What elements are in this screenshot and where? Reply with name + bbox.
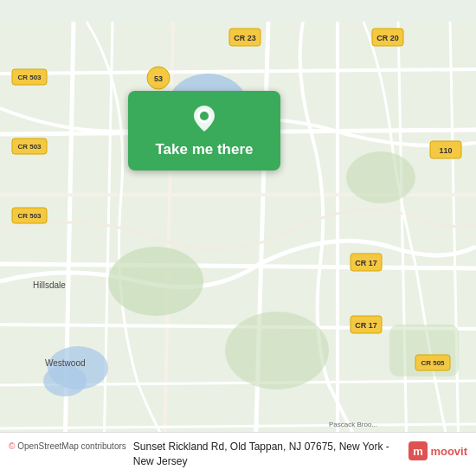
moovit-icon: m bbox=[408, 441, 428, 460]
svg-text:CR 20: CR 20 bbox=[376, 34, 399, 42]
svg-text:CR 505: CR 505 bbox=[421, 359, 445, 367]
svg-text:CR 23: CR 23 bbox=[234, 34, 256, 42]
svg-point-18 bbox=[43, 365, 87, 396]
svg-text:CR 503: CR 503 bbox=[17, 74, 42, 81]
svg-text:Westwood: Westwood bbox=[45, 358, 86, 368]
address-text: Sunset Rickland Rd, Old Tappan, NJ 07675… bbox=[133, 440, 402, 469]
svg-point-20 bbox=[225, 312, 329, 389]
svg-text:CR 503: CR 503 bbox=[17, 212, 42, 220]
svg-text:m: m bbox=[414, 445, 424, 458]
svg-text:110: 110 bbox=[439, 146, 452, 155]
svg-text:CR 17: CR 17 bbox=[355, 259, 377, 267]
svg-point-19 bbox=[108, 247, 203, 316]
svg-text:53: 53 bbox=[154, 74, 163, 83]
svg-text:Pascack Broo...: Pascack Broo... bbox=[329, 421, 377, 428]
take-me-there-card[interactable]: Take me there bbox=[128, 91, 280, 170]
svg-point-46 bbox=[200, 112, 209, 120]
svg-text:Hillsdale: Hillsdale bbox=[33, 280, 66, 290]
osm-credit: © OpenStreetMap contributors bbox=[9, 441, 126, 451]
svg-point-21 bbox=[346, 151, 415, 203]
svg-text:CR 17: CR 17 bbox=[355, 321, 377, 330]
map-background: CR 23 CR 20 53 CR 503 CR 503 CR 503 110 … bbox=[0, 0, 476, 476]
info-bar: © OpenStreetMap contributors Sunset Rick… bbox=[0, 432, 476, 476]
moovit-logo: m moovit bbox=[408, 441, 467, 460]
take-me-there-label: Take me there bbox=[155, 141, 253, 158]
map-container: CR 23 CR 20 53 CR 503 CR 503 CR 503 110 … bbox=[0, 0, 476, 476]
location-pin-icon bbox=[189, 103, 220, 134]
moovit-text: moovit bbox=[430, 445, 467, 458]
svg-text:CR 503: CR 503 bbox=[17, 143, 42, 151]
